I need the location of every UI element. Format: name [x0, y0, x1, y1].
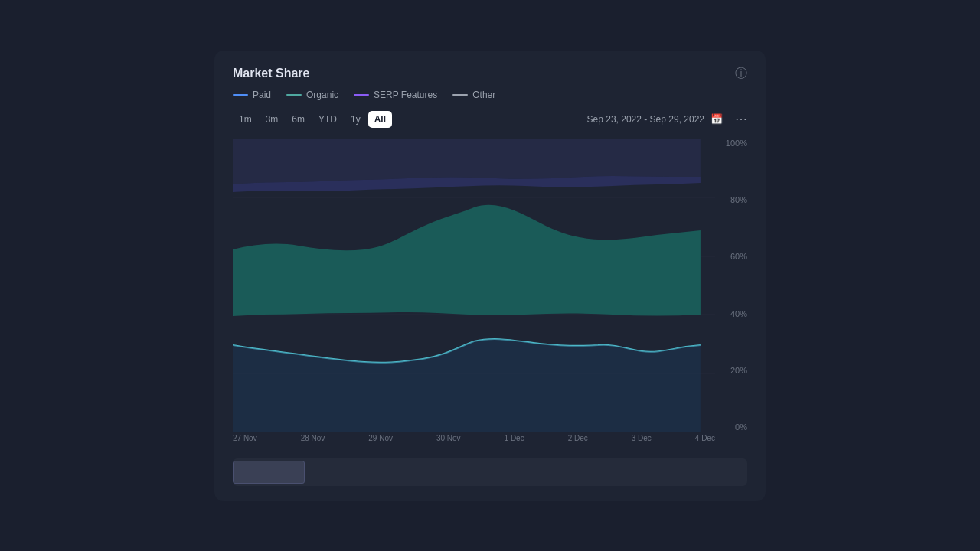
market-share-card: Market Share ⓘ Paid Organic SERP Feature…	[214, 51, 766, 501]
chart-svg	[233, 139, 715, 432]
y-label-40: 40%	[730, 309, 747, 318]
mini-scroll-chart[interactable]	[233, 458, 747, 486]
other-label: Other	[472, 90, 495, 100]
legend-item-paid: Paid	[233, 90, 271, 100]
y-label-100: 100%	[726, 139, 747, 148]
serp-legend-line	[354, 94, 369, 96]
x-label-2dec: 2 Dec	[568, 434, 588, 442]
controls-row: 1m 3m 6m YTD 1y All Sep 23, 2022 - Sep 2…	[233, 111, 747, 128]
y-label-60: 60%	[730, 252, 747, 261]
y-axis: 100% 80% 60% 40% 20% 0%	[717, 139, 747, 432]
time-btn-6m[interactable]: 6m	[286, 111, 311, 128]
paid-label: Paid	[253, 90, 271, 100]
card-header: Market Share ⓘ	[233, 66, 747, 82]
x-label-4dec: 4 Dec	[695, 434, 715, 442]
card-title: Market Share	[233, 67, 310, 80]
date-range-display: Sep 23, 2022 - Sep 29, 2022 📅	[587, 113, 723, 125]
legend-item-serp: SERP Features	[354, 90, 437, 100]
legend: Paid Organic SERP Features Other	[233, 90, 747, 100]
x-label-28nov: 28 Nov	[301, 434, 325, 442]
x-label-27nov: 27 Nov	[233, 434, 257, 442]
paid-legend-line	[233, 94, 248, 96]
main-chart: 100% 80% 60% 40% 20% 0% 27 Nov 28 Nov 29…	[233, 139, 747, 452]
legend-item-organic: Organic	[286, 90, 338, 100]
y-label-0: 0%	[735, 422, 747, 432]
x-axis: 27 Nov 28 Nov 29 Nov 30 Nov 1 Dec 2 Dec …	[233, 434, 715, 452]
time-btn-ytd[interactable]: YTD	[312, 111, 343, 128]
help-icon[interactable]: ⓘ	[735, 66, 747, 82]
time-btn-3m[interactable]: 3m	[260, 111, 285, 128]
other-legend-line	[452, 94, 468, 96]
serp-label: SERP Features	[374, 90, 437, 100]
time-btn-all[interactable]: All	[368, 111, 392, 128]
mini-chart-handle[interactable]	[233, 461, 305, 484]
legend-item-other: Other	[452, 90, 495, 100]
y-label-20: 20%	[730, 366, 747, 375]
organic-label: Organic	[306, 90, 338, 100]
time-btn-1m[interactable]: 1m	[233, 111, 258, 128]
time-filter-group: 1m 3m 6m YTD 1y All	[233, 111, 392, 128]
calendar-icon[interactable]: 📅	[710, 113, 723, 125]
x-label-30nov: 30 Nov	[436, 434, 461, 442]
time-btn-1y[interactable]: 1y	[345, 111, 367, 128]
x-label-1dec: 1 Dec	[505, 434, 524, 442]
x-label-29nov: 29 Nov	[368, 434, 393, 442]
date-range-text: Sep 23, 2022 - Sep 29, 2022	[587, 114, 704, 125]
x-label-3dec: 3 Dec	[632, 434, 652, 442]
more-options-icon[interactable]: ⋯	[735, 112, 747, 126]
y-label-80: 80%	[730, 195, 747, 204]
organic-legend-line	[286, 94, 302, 96]
